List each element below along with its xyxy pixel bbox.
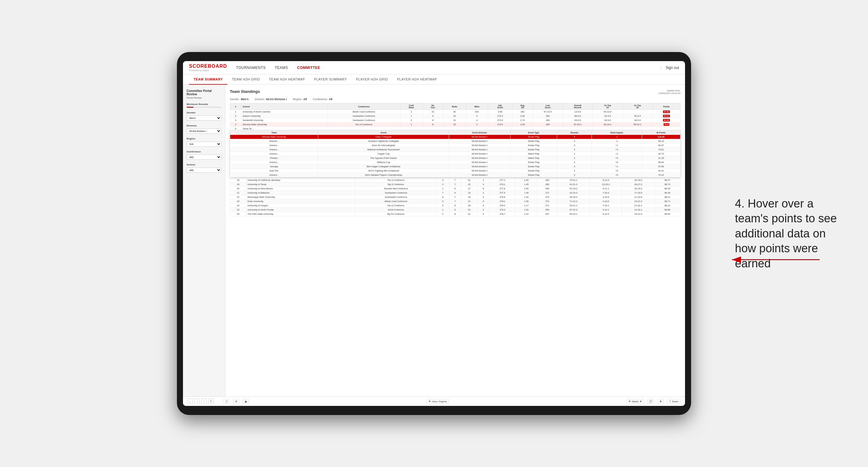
gender-select[interactable]: Men's	[187, 116, 221, 121]
table-row: 25 University of North Florida ASUN Conf…	[230, 208, 681, 212]
top-nav: SCOREBOARD Powered by clippd TOURNAMENTS…	[183, 61, 685, 74]
conference-label: Conference	[187, 150, 221, 153]
tooltip-col-impact: Rank Impact	[592, 131, 642, 135]
tooltip-row-highlight: Arizona State University Cabo Collegiate…	[230, 135, 681, 139]
comment-icon: 💬	[649, 400, 652, 403]
region-label: Region	[187, 137, 221, 140]
table-row: 2 Auburn University Southeastern Confere…	[230, 114, 681, 118]
col-avg-sg: Avg.SG	[512, 103, 533, 110]
portal-header: Team Standings Update time: 13/03/2024 1…	[230, 89, 681, 95]
tooltip-row: Univers... 2023 Sahalee Players Champion…	[230, 173, 681, 177]
table-row: 21 University of Alabama Southeastern Co…	[230, 191, 681, 195]
sign-out-link[interactable]: Sign out	[661, 66, 679, 70]
watch-button[interactable]: 👁 Watch ▼	[626, 399, 644, 404]
forward-button[interactable]: →	[194, 399, 200, 404]
portal-title: Committee Portal Review	[187, 89, 221, 96]
table-row: 22 Mississippi State University Southeas…	[230, 195, 681, 199]
page-wrapper: SCOREBOARD Powered by clippd TOURNAMENTS…	[0, 0, 868, 467]
sidebar-gender: Gender Men's	[187, 111, 221, 121]
copy-button[interactable]: 📋	[223, 399, 230, 404]
tooltip-table: Team Event Event Division Event Type Rou…	[230, 130, 681, 177]
expand-icon: ✥	[660, 400, 662, 403]
content-area: Team Standings Update time: 13/03/2024 1…	[225, 85, 685, 397]
portal-subtitle: Portal Review	[187, 96, 221, 99]
division-select[interactable]: NCAA Division I	[187, 129, 221, 134]
col-overall: OverallRecord	[563, 103, 593, 110]
settings-icon: ⚙	[235, 400, 238, 403]
table-row-highlighted: 4 Arizona State University Pac-12 Confer…	[230, 123, 681, 127]
tooltip-row: East Ten OFCC Fighting Illini Invitation…	[230, 169, 681, 173]
tablet-screen: SCOREBOARD Powered by clippd TOURNAMENTS…	[183, 61, 685, 406]
tooltip-row: Univers... Amer Air Intercollegiate NCAA…	[230, 143, 681, 148]
gender-filter: Gender: Men's	[230, 98, 249, 101]
col-adj-score: Adj.Score	[488, 103, 512, 110]
main-content: Committee Portal Review Portal Review Mi…	[183, 85, 685, 397]
subnav-team-h2h-grid[interactable]: TEAM H2H GRID	[227, 74, 265, 84]
tooltip-row: Univers... National Invitational Tournam…	[230, 148, 681, 152]
col-points: Points	[652, 103, 680, 110]
clock-button[interactable]: ◕	[243, 399, 249, 404]
clock-icon: ◕	[245, 400, 247, 403]
expand-button[interactable]: ✥	[657, 399, 664, 404]
gender-label: Gender	[187, 111, 221, 114]
logo-area: SCOREBOARD Powered by clippd	[189, 64, 227, 72]
tooltip-col-team: Team	[230, 131, 318, 135]
rounds-slider[interactable]	[187, 107, 221, 108]
view-label: View: Original	[432, 400, 447, 403]
view-icon: 👁	[429, 400, 431, 403]
region-select[interactable]: N/A	[187, 142, 221, 147]
subnav-player-h2h-grid[interactable]: PLAYER H2H GRID	[351, 74, 393, 84]
update-time: Update time: 13/03/2024 10:03:42	[658, 89, 681, 95]
col-conf-rank: ConfRank	[400, 103, 423, 110]
main-nav: TOURNAMENTS TEAMS COMMITTEE	[236, 64, 661, 71]
standings-title: Team Standings	[230, 89, 260, 95]
col-vs25: Vs Top25	[592, 103, 622, 110]
table-row: 19 University of Texas Big 12 Conference…	[230, 182, 681, 187]
share-label: Share	[672, 400, 678, 403]
sidebar-division: Division NCAA Division I	[187, 124, 221, 134]
share-button[interactable]: ⇧ Share	[667, 399, 681, 404]
tooltip-col-division: Event Division	[449, 131, 510, 135]
table-row: 26 The Ohio State University Big Ten Con…	[230, 212, 681, 216]
up-button[interactable]: ↑	[202, 399, 207, 404]
subnav-player-h2h-heatmap[interactable]: PLAYER H2H HEATMAP	[393, 74, 441, 84]
col-vs50: Vs Top50	[622, 103, 652, 110]
bottom-toolbar: ← → ↑ ↻ 📋 ⚙ ◕ 👁 View: Origin	[183, 397, 685, 406]
table-row: 20 University of New Mexico Mountain Wes…	[230, 187, 681, 191]
table-row: 23 Duke University Atlantic Coast Confer…	[230, 199, 681, 204]
school-label: School	[187, 163, 221, 166]
nav-arrows: ← → ↑ ↻	[187, 399, 214, 404]
standings-table: # School Conference ConfRank NoTour Rnds…	[230, 103, 681, 131]
watch-label: Watch	[632, 400, 639, 403]
region-filter: Region: All	[293, 98, 307, 101]
conference-select[interactable]: (All)	[187, 155, 221, 160]
tooltip-row: Georgia Ben Hogan Collegiate Invitationa…	[230, 164, 681, 169]
tooltip-row: Florida I The Cypress Point Classic NCAA…	[230, 156, 681, 160]
school-select[interactable]: (All)	[187, 167, 221, 173]
nav-committee[interactable]: COMMITTEE	[297, 64, 320, 71]
col-conference: Conference	[328, 103, 400, 110]
nav-teams[interactable]: TEAMS	[275, 64, 288, 71]
table-row: 24 University of Oregon Pac-12 Conferenc…	[230, 204, 681, 208]
view-button[interactable]: 👁 View: Original	[427, 399, 449, 404]
back-button[interactable]: ←	[187, 399, 193, 404]
subnav-team-summary[interactable]: TEAM SUMMARY	[189, 74, 227, 85]
tooltip-col-rounds: Rounds	[557, 131, 592, 135]
arrow-svg	[723, 251, 838, 269]
subnav-team-h2h-heatmap[interactable]: TEAM H2H HEATMAP	[264, 74, 309, 84]
col-rank: #	[230, 103, 241, 110]
min-rounds-label: Minimum Rounds	[187, 103, 221, 105]
subnav-player-summary[interactable]: PLAYER SUMMARY	[309, 74, 351, 84]
col-wins: Wins	[466, 103, 488, 110]
filter-row: Gender: Men's Division: NCAA Division I …	[230, 98, 681, 101]
settings-button[interactable]: ⚙	[233, 399, 240, 404]
col-rnds: Rnds	[443, 103, 466, 110]
tooltip-row: Univers... Williams Cup NCAA Division I …	[230, 160, 681, 164]
nav-tournaments[interactable]: TOURNAMENTS	[236, 64, 266, 71]
comment-button[interactable]: 💬	[647, 399, 654, 404]
refresh-button[interactable]: ↻	[208, 399, 214, 404]
tooltip-col-event: Event	[318, 131, 449, 135]
table-row: 1 University of North Carolina Atlantic …	[230, 110, 681, 114]
tooltip-row: Univers... Copper Cup NCAA Division I Ma…	[230, 152, 681, 156]
watch-chevron: ▼	[640, 400, 642, 403]
